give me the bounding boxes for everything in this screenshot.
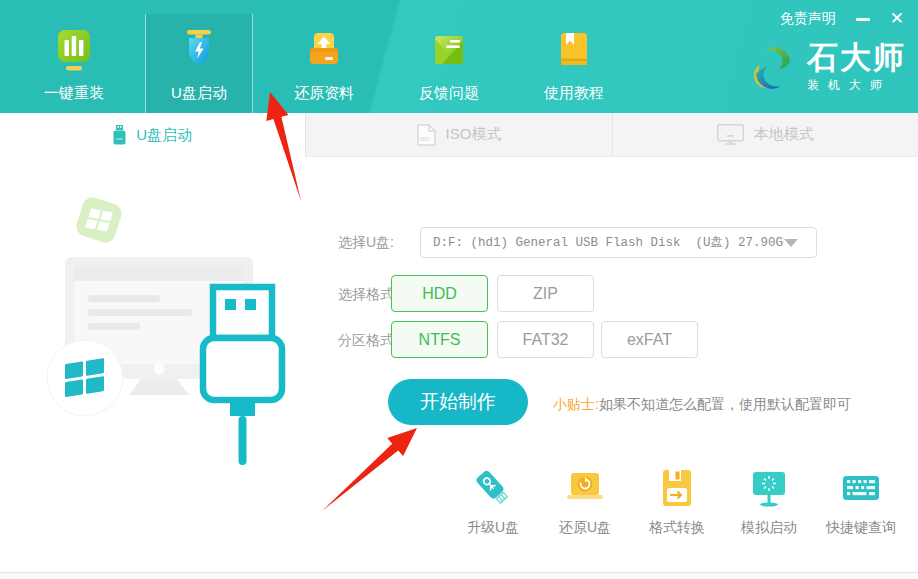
- tool-label: 快捷键查询: [826, 519, 896, 537]
- chart-icon: [52, 28, 96, 72]
- header: 一键重装 U盘启动: [0, 0, 918, 113]
- tool-label: 模拟启动: [741, 519, 797, 537]
- monitor-icon: [717, 124, 744, 145]
- close-icon[interactable]: ✕: [890, 12, 904, 26]
- nav-item-restore-data[interactable]: 还原资料: [270, 14, 378, 113]
- partition-option-exfat[interactable]: exFAT: [601, 321, 698, 358]
- nav-item-label: 反馈问题: [419, 84, 479, 103]
- usb-computer-illustration: [0, 157, 340, 487]
- bottom-divider: [0, 572, 918, 579]
- start-create-button[interactable]: 开始制作: [388, 379, 528, 425]
- tool-label: 格式转换: [649, 519, 705, 537]
- tip-text: 小贴士:如果不知道怎么配置，使用默认配置即可: [553, 396, 851, 414]
- tool-format-convert[interactable]: 格式转换: [631, 466, 723, 537]
- nav-item-reinstall[interactable]: 一键重装: [20, 14, 128, 113]
- nav-item-feedback[interactable]: 反馈问题: [395, 14, 503, 113]
- nav-item-usb-boot[interactable]: U盘启动: [145, 14, 253, 113]
- app-logo: 石大师 装机大师: [746, 41, 906, 95]
- tool-hotkey-query[interactable]: 快捷键查询: [815, 466, 907, 537]
- laptop-restore-icon: [563, 466, 607, 510]
- mail-icon: [427, 28, 471, 72]
- nav-item-label: 使用教程: [544, 84, 604, 103]
- format-option-hdd[interactable]: HDD: [391, 275, 488, 312]
- disclaimer-link[interactable]: 免责声明: [780, 10, 836, 28]
- chevron-down-icon: [784, 239, 798, 247]
- tab-label: U盘启动: [136, 126, 192, 145]
- usb-upgrade-icon: [471, 466, 515, 510]
- tip-prefix: 小贴士:: [553, 396, 599, 412]
- app-window: 一键重装 U盘启动: [0, 0, 918, 579]
- iso-file-icon: ISO: [417, 124, 436, 146]
- logo-title: 石大师: [807, 42, 906, 73]
- tab-label: 本地模式: [754, 125, 814, 144]
- logo-text: 石大师 装机大师: [807, 42, 906, 94]
- usb-drive-select[interactable]: D:F: (hd1) General USB Flash Disk (U盘) 2…: [420, 227, 817, 258]
- usb-select-label: 选择U盘:: [338, 234, 394, 252]
- tool-label: 还原U盘: [559, 519, 611, 537]
- keyboard-icon: [839, 466, 883, 510]
- format-label: 选择格式:: [338, 286, 398, 304]
- tip-body: 如果不知道怎么配置，使用默认配置即可: [599, 396, 851, 412]
- mode-tabs: U盘启动 ISO ISO模式 本地模式: [0, 113, 918, 157]
- nav-item-label: 一键重装: [44, 84, 104, 103]
- partition-option-fat32[interactable]: FAT32: [497, 321, 594, 358]
- usb-drive-value: D:F: (hd1) General USB Flash Disk (U盘) 2…: [433, 234, 784, 251]
- tool-restore-usb[interactable]: 还原U盘: [539, 466, 631, 537]
- tab-label: ISO模式: [446, 125, 502, 144]
- tab-local-mode[interactable]: 本地模式: [612, 113, 918, 157]
- floppy-convert-icon: [655, 466, 699, 510]
- nav-item-label: U盘启动: [171, 84, 227, 103]
- book-icon: [552, 28, 596, 72]
- usb-shield-icon: [177, 28, 221, 72]
- tab-usb-boot[interactable]: U盘启动: [0, 113, 305, 157]
- tools-row: 升级U盘 还原U盘 格式转换: [447, 466, 907, 537]
- format-option-zip[interactable]: ZIP: [497, 275, 594, 312]
- usb-stick-icon: [113, 125, 126, 145]
- tool-upgrade-usb[interactable]: 升级U盘: [447, 466, 539, 537]
- minimize-icon[interactable]: [856, 18, 870, 21]
- nav-item-label: 还原资料: [294, 84, 354, 103]
- windows-badge-icon: [47, 340, 123, 416]
- svg-text:ISO: ISO: [419, 136, 429, 142]
- windows-chip-icon: [74, 195, 124, 245]
- partition-label: 分区格式:: [338, 332, 398, 350]
- logo-subtitle: 装机大师: [807, 77, 906, 94]
- tool-simulate-boot[interactable]: 模拟启动: [723, 466, 815, 537]
- restore-box-icon: [302, 28, 346, 72]
- tool-label: 升级U盘: [467, 519, 519, 537]
- main-nav: 一键重装 U盘启动: [20, 14, 645, 113]
- logo-swirl-icon: [746, 41, 800, 95]
- monitor-boot-icon: [747, 466, 791, 510]
- nav-item-tutorial[interactable]: 使用教程: [520, 14, 628, 113]
- partition-option-ntfs[interactable]: NTFS: [391, 321, 488, 358]
- tab-iso-mode[interactable]: ISO ISO模式: [305, 113, 611, 157]
- window-controls: 免责声明 ✕: [780, 10, 904, 28]
- usb-plug-illustration: [203, 287, 282, 465]
